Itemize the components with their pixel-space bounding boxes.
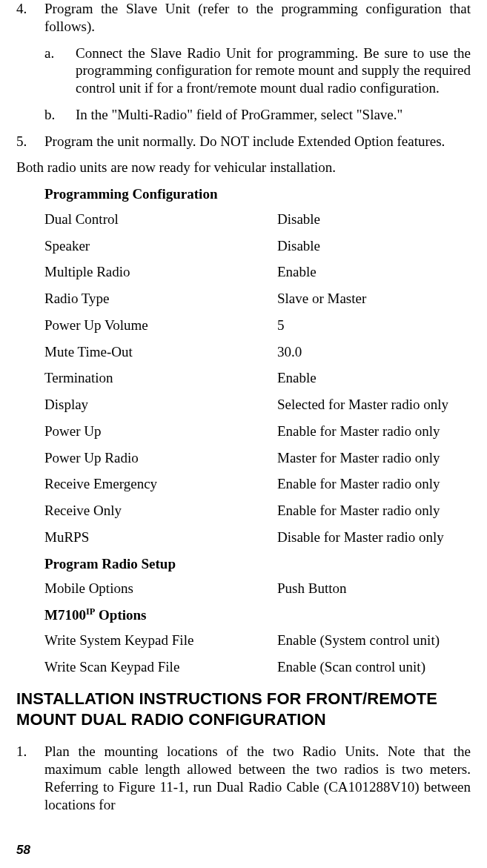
config-value: Enable (277, 369, 471, 387)
config-row: Display Selected for Master radio only (44, 396, 471, 414)
config-key: Speaker (44, 237, 277, 255)
config-key: Power Up (44, 423, 277, 440)
config-row: Mute Time-Out 30.0 (44, 343, 471, 361)
list-item-4a: a. Connect the Slave Radio Unit for prog… (44, 44, 471, 97)
heading-prog-config: Programming Configuration (44, 185, 471, 203)
config-value: 5 (277, 317, 471, 334)
config-row: Termination Enable (44, 369, 471, 387)
config-row: Receive Emergency Enable for Master radi… (44, 475, 471, 493)
list-body: Plan the mounting locations of the two R… (44, 743, 471, 813)
config-key: Receive Emergency (44, 475, 277, 493)
config-value: Enable for Master radio only (277, 423, 471, 440)
m7100-prefix: M7100 (44, 607, 86, 623)
list-item-4: 4. Program the Slave Unit (refer to the … (16, 0, 471, 36)
config-row: Write System Keypad File Enable (System … (44, 632, 471, 649)
config-row: Power Up Enable for Master radio only (44, 423, 471, 440)
list-body: In the "Multi-Radio" field of ProGrammer… (76, 106, 471, 124)
config-value: 30.0 (277, 343, 471, 361)
list-marker: 4. (16, 0, 44, 36)
config-value: Enable (Scan control unit) (277, 658, 471, 676)
config-key: Write System Keypad File (44, 632, 277, 649)
config-row: Multiple Radio Enable (44, 263, 471, 281)
config-value: Disable for Master radio only (277, 529, 471, 546)
config-value: Disable (277, 237, 471, 255)
list-body: Program the Slave Unit (refer to the pro… (44, 0, 471, 36)
config-row: Radio Type Slave or Master (44, 290, 471, 308)
heading-prog-radio-setup: Program Radio Setup (44, 555, 471, 573)
config-value: Push Button (277, 580, 471, 597)
list-item-5: 5. Program the unit normally. Do NOT inc… (16, 133, 471, 150)
heading-m7100-options: M7100IP Options (44, 606, 471, 624)
config-value: Enable for Master radio only (277, 475, 471, 493)
m7100-sup: IP (86, 606, 95, 617)
list-body: Program the unit normally. Do NOT includ… (44, 133, 471, 150)
config-value: Master for Master radio only (277, 449, 471, 467)
config-row: Speaker Disable (44, 237, 471, 255)
config-key: Display (44, 396, 277, 414)
config-value: Enable (System control unit) (277, 632, 471, 649)
list-marker: a. (44, 44, 76, 97)
config-key: MuRPS (44, 529, 277, 546)
config-row: Power Up Volume 5 (44, 317, 471, 334)
config-value: Enable for Master radio only (277, 502, 471, 520)
page-number: 58 (16, 842, 30, 858)
nested-list: a. Connect the Slave Radio Unit for prog… (44, 44, 471, 124)
list-item-1: 1. Plan the mounting locations of the tw… (16, 743, 471, 813)
config-value: Selected for Master radio only (277, 396, 471, 414)
m7100-suffix: Options (95, 607, 146, 623)
config-row: MuRPS Disable for Master radio only (44, 529, 471, 546)
list-body: Connect the Slave Radio Unit for program… (76, 44, 471, 97)
config-key: Mute Time-Out (44, 343, 277, 361)
config-key: Dual Control (44, 211, 277, 228)
config-row: Receive Only Enable for Master radio onl… (44, 502, 471, 520)
config-key: Write Scan Keypad File (44, 658, 277, 676)
config-key: Mobile Options (44, 580, 277, 597)
config-key: Power Up Volume (44, 317, 277, 334)
config-row: Mobile Options Push Button (44, 580, 471, 597)
list-marker: b. (44, 106, 76, 124)
config-key: Radio Type (44, 290, 277, 308)
list-marker: 1. (16, 743, 44, 813)
list-item-4b: b. In the "Multi-Radio" field of ProGram… (44, 106, 471, 124)
config-key: Multiple Radio (44, 263, 277, 281)
config-row: Power Up Radio Master for Master radio o… (44, 449, 471, 467)
list-marker: 5. (16, 133, 44, 150)
config-key: Termination (44, 369, 277, 387)
ready-paragraph: Both radio units are now ready for vehic… (16, 159, 471, 176)
config-value: Disable (277, 211, 471, 228)
section-title: INSTALLATION INSTRUCTIONS FOR FRONT/REMO… (16, 689, 471, 729)
config-row: Write Scan Keypad File Enable (Scan cont… (44, 658, 471, 676)
config-value: Slave or Master (277, 290, 471, 308)
config-row: Dual Control Disable (44, 211, 471, 228)
config-block: Programming Configuration Dual Control D… (44, 185, 471, 675)
config-key: Power Up Radio (44, 449, 277, 467)
config-value: Enable (277, 263, 471, 281)
config-key: Receive Only (44, 502, 277, 520)
